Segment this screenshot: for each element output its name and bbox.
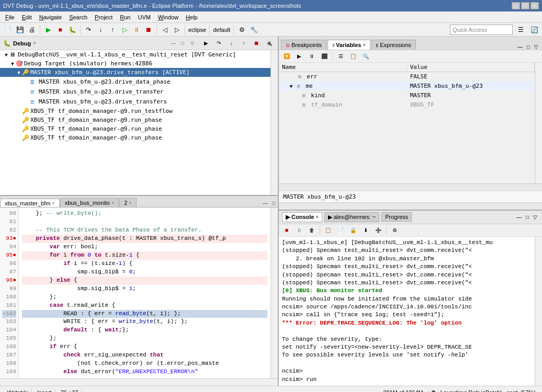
terminate-btn[interactable]: ⏹	[143, 24, 154, 36]
save-btn[interactable]: 💾	[14, 24, 26, 36]
console-paste-btn[interactable]: 📄	[335, 224, 346, 236]
debug-minimize-btn[interactable]: —	[169, 39, 177, 48]
back-btn[interactable]: ◁	[159, 24, 171, 36]
stop-btn[interactable]: ■	[54, 24, 66, 36]
console-minimize-btn[interactable]: —	[515, 214, 523, 220]
vars-tb-1[interactable]: 🔽	[281, 51, 292, 62]
new-btn[interactable]: 📄	[2, 24, 14, 36]
print-btn[interactable]: 🖨	[26, 24, 38, 36]
var-row-me[interactable]: ▼ ⊞ me MASTER xbus_bfm_u-@23	[279, 82, 535, 91]
menu-help[interactable]: Help	[183, 13, 201, 21]
tree-item-8[interactable]: 🔑 XBUS_TF tf_domain_manager-@9.run_phase	[0, 124, 270, 133]
vars-maximize-btn[interactable]: □	[525, 44, 532, 50]
tree-item-7[interactable]: 🔑 XBUS_TF tf_domain_manager-@9.run_phase	[0, 116, 270, 124]
sync-btn[interactable]: 🔄	[528, 24, 540, 36]
vars-tb-5[interactable]: ☰	[335, 51, 346, 62]
tab1-close[interactable]: ×	[52, 201, 54, 206]
ti0-expand[interactable]: ▼	[3, 52, 9, 57]
tab3-close[interactable]: ×	[129, 200, 131, 205]
menu-uvm[interactable]: UVM	[134, 13, 153, 21]
console-content[interactable]: [uvm_ml-1.1_xbus_e] [DebugBatchUS__uvm_m…	[279, 237, 535, 386]
debug-maximize-btn[interactable]: □	[178, 39, 187, 48]
var-row-err[interactable]: ⊞ err FALSE	[279, 72, 535, 82]
tab-variables[interactable]: 𝑥 Variables ×	[328, 40, 370, 50]
vars-menu-btn[interactable]: ▽	[533, 44, 540, 50]
step-into-btn[interactable]: ↓	[95, 24, 106, 36]
tab-breakpoints[interactable]: ⊙ Breakpoints	[281, 40, 326, 50]
menu-navigate[interactable]: Navigate	[36, 13, 65, 21]
debug-scrollbar[interactable]	[270, 50, 278, 195]
close-btn[interactable]: ×	[530, 2, 539, 9]
tree-item-2[interactable]: ▼ 🔑 MASTER xbus_bfm_u-@23.drive_transfer…	[0, 68, 270, 77]
console-close[interactable]: ×	[315, 214, 318, 220]
menu-file[interactable]: File	[2, 13, 18, 21]
console-tab[interactable]: ▶ Console ×	[282, 212, 322, 222]
menu-edit[interactable]: Edit	[19, 13, 35, 21]
console-stop-btn[interactable]: ⏸	[293, 224, 305, 236]
step-out-btn[interactable]: ↑	[107, 24, 118, 36]
code-content[interactable]: }; -- write_byte(); -- This TCM drives t…	[19, 207, 270, 378]
vars-scrollbar[interactable]	[535, 63, 542, 183]
debug-tb-1[interactable]: ▶	[200, 38, 212, 49]
vars-minimize-btn[interactable]: —	[516, 44, 524, 50]
console-settings-btn[interactable]: ⚙	[389, 224, 400, 236]
terminal-tab[interactable]: ▶ alex@hermes: ~	[324, 212, 380, 222]
views-btn[interactable]: 🔧	[248, 24, 259, 36]
ti2-expand[interactable]: ▼	[16, 70, 22, 75]
editor-scrollbar-h[interactable]	[0, 378, 278, 386]
minimize-btn[interactable]: _	[512, 2, 520, 9]
run-btn[interactable]: ▶	[42, 24, 54, 36]
menu-run[interactable]: Run	[117, 13, 133, 21]
forward-btn[interactable]: ▷	[171, 24, 183, 36]
vars-bottom-scrollbar[interactable]	[279, 202, 542, 210]
vars-tb-7[interactable]: 🔍	[360, 51, 371, 62]
vars-tb-6[interactable]: 📋	[347, 51, 359, 62]
editor-maximize-btn[interactable]: □	[269, 199, 278, 207]
suspend-btn[interactable]: ⏸	[131, 24, 142, 36]
debug-tb-6[interactable]: 🔌	[263, 38, 275, 49]
step-over-btn[interactable]: ↷	[83, 24, 94, 36]
vars-tab-close[interactable]: ×	[363, 42, 365, 48]
menu-search[interactable]: Search	[66, 13, 91, 21]
tree-item-6[interactable]: 🔑 XBUS_TF tf_domain_manager-@9.run_testf…	[0, 107, 270, 116]
tree-item-4[interactable]: ≡ MASTER xbus_bfm_u-@23.drive_transfer	[0, 87, 270, 97]
tree-item-1[interactable]: ▼ 🎯 Debug Target (simulator) hermes:4288…	[0, 59, 270, 68]
maximize-btn[interactable]: □	[521, 2, 529, 9]
console-scrollbar[interactable]	[535, 237, 542, 386]
console-maximize-btn[interactable]: □	[524, 214, 530, 220]
console-scroll-lock-btn[interactable]: 🔒	[347, 224, 359, 236]
tab-expressions[interactable]: ε Expressions	[371, 40, 416, 50]
quick-access-input[interactable]: Quick Access	[450, 25, 513, 35]
vars-tb-2[interactable]: ▶	[293, 51, 305, 62]
resume-btn[interactable]: ▷	[119, 24, 130, 36]
debug-tb-3[interactable]: ↓	[225, 38, 237, 49]
console-menu-btn[interactable]: ▽	[532, 214, 539, 220]
console-new-btn[interactable]: ➕	[372, 224, 384, 236]
tab2-close[interactable]: ×	[111, 200, 114, 205]
progress-tab[interactable]: Progress	[381, 212, 412, 222]
var-row-tfdomain[interactable]: ⊞ tf_domain XBUS_TF	[279, 100, 535, 110]
debug-tb-2[interactable]: ↷	[213, 38, 224, 49]
console-scroll-end-btn[interactable]: ⬇	[360, 224, 371, 236]
var-row-kind[interactable]: ⊞ kind MASTER	[279, 91, 535, 100]
tree-item-5[interactable]: ≡ MASTER xbus_bfm_u-@23.drive_transfers	[0, 97, 270, 107]
debug-tb-5[interactable]: ⏹	[251, 38, 262, 49]
editor-scrollbar-v[interactable]	[270, 207, 278, 378]
tab-xbus-bus-monito[interactable]: xbus_bus_monito ×	[60, 198, 119, 207]
console-terminate-btn[interactable]: ■	[281, 224, 292, 236]
open-perspective-btn[interactable]: ☰	[515, 24, 526, 36]
debug-tb-4[interactable]: ↑	[238, 38, 250, 49]
menu-window[interactable]: Window	[155, 13, 182, 21]
vars-tb-3[interactable]: ⏸	[306, 51, 318, 62]
vars-scrollbar-h[interactable]	[279, 183, 542, 191]
editor-minimize-btn[interactable]: —	[261, 199, 269, 207]
menu-project[interactable]: Project	[92, 13, 116, 21]
debug-btn[interactable]: 🐛	[66, 24, 78, 36]
debug-view-menu-btn[interactable]: ▽	[188, 39, 196, 48]
tree-item-0[interactable]: ▼ 🖥 DebugBatchUS__uvm_ml-1.1_xbus_e__tes…	[0, 50, 270, 59]
var-me-expand[interactable]: ▼	[290, 84, 292, 89]
console-copy-btn[interactable]: 📋	[322, 224, 334, 236]
tab-xbus-master-bfm[interactable]: xbus_master_bfm ×	[0, 199, 60, 207]
vars-tb-4[interactable]: ⬛	[319, 51, 330, 62]
tab-2[interactable]: 2 ×	[119, 198, 136, 207]
